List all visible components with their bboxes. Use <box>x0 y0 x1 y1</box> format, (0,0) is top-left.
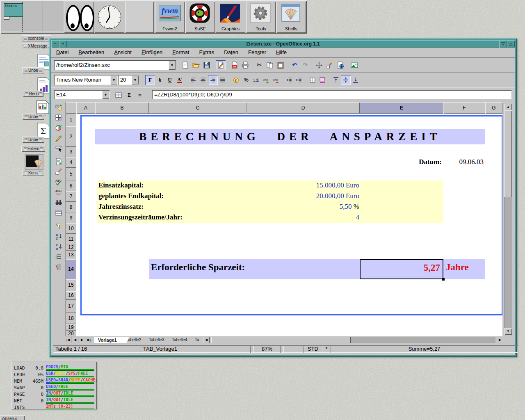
cell-cursor-handle[interactable] <box>442 278 445 281</box>
horizontal-scroll-thumb[interactable] <box>211 337 351 343</box>
row-header-6[interactable]: 6 <box>66 180 76 191</box>
font-size-value[interactable]: 20 <box>120 77 126 83</box>
menu-einfgen[interactable]: Einfügen <box>142 48 162 57</box>
bold-icon[interactable]: F <box>145 75 155 85</box>
launcher-tools[interactable]: Tools <box>246 2 276 33</box>
align-vcenter-icon[interactable] <box>341 75 351 85</box>
edit-file-icon[interactable] <box>216 60 226 70</box>
launcher-fvwm2[interactable]: fvwmFvwm2 <box>155 2 185 33</box>
font-size-dropdown[interactable]: ▼ <box>132 75 139 84</box>
stylist-icon[interactable] <box>325 60 335 70</box>
column-header-b[interactable]: B <box>95 102 149 114</box>
function-icon[interactable]: = <box>135 90 145 100</box>
spellcheck-icon[interactable]: ABC <box>53 178 64 188</box>
window-sticky-button[interactable]: + <box>59 40 67 48</box>
align-bottom-icon[interactable] <box>351 75 361 85</box>
cut-icon[interactable]: ✂ <box>254 60 264 70</box>
desktop-icon-label-unbe[interactable]: Unbe <box>22 137 44 143</box>
row-header-13[interactable]: 13 <box>66 251 76 259</box>
navigator-icon[interactable] <box>314 60 324 70</box>
fvwm-pager[interactable]: Zinsen.s <box>2 2 63 32</box>
increase-indent-icon[interactable] <box>294 75 304 85</box>
row-header-14[interactable]: 14 <box>66 259 76 279</box>
gallery-icon[interactable] <box>349 60 359 70</box>
row-header-1[interactable]: 1 <box>66 114 76 126</box>
scroll-down-button[interactable]: ▼ <box>504 328 512 335</box>
row-header-10[interactable]: 10 <box>66 223 76 234</box>
font-name-combobox[interactable]: Times New Roman▼ <box>54 75 118 85</box>
desktop-icon-label-xconsole[interactable]: xconsole <box>22 35 51 41</box>
export-pdf-icon[interactable] <box>230 60 240 70</box>
column-header-d[interactable]: D <box>247 102 360 114</box>
vertical-scrollbar[interactable]: ▲▼ <box>504 104 512 335</box>
select-all-corner[interactable] <box>66 102 76 114</box>
input-value-0[interactable]: 15.000,00 Euro <box>257 181 359 191</box>
input-value-2[interactable]: 5,50 % <box>257 203 359 212</box>
desktop-icon-label-xmessage[interactable]: XMessage <box>22 43 53 49</box>
window-minimize-button[interactable]: ▽ <box>499 40 507 48</box>
sort-descending-icon[interactable]: ZA <box>53 243 64 253</box>
percent-format-icon[interactable]: % <box>241 75 251 85</box>
underline-icon[interactable]: U <box>165 75 175 85</box>
italic-icon[interactable]: k <box>155 75 165 85</box>
ungroup-icon[interactable] <box>53 263 64 273</box>
cell-reference-dropdown[interactable]: ▼ <box>102 91 109 99</box>
row-header-8[interactable]: 8 <box>66 202 76 212</box>
iconified-window-label[interactable]: Zinsen.s <box>0 415 25 420</box>
menu-hilfe[interactable]: Hilfe <box>276 48 287 57</box>
row-header-18[interactable]: 18 <box>66 313 76 324</box>
align-center-icon[interactable] <box>198 75 208 85</box>
launcher-graphics[interactable]: Graphics <box>216 2 245 33</box>
autofilter-icon[interactable] <box>53 222 64 232</box>
column-header-a[interactable]: A <box>76 102 95 114</box>
row-header-3[interactable]: 3 <box>66 147 76 157</box>
column-header-g[interactable]: G <box>485 102 502 114</box>
input-value-1[interactable]: 20.000,00 Euro <box>257 192 359 202</box>
row-header-12[interactable]: 12 <box>66 244 76 251</box>
group-icon[interactable] <box>53 253 64 263</box>
desktop-icon-label-unbe[interactable]: Unbe <box>22 114 44 120</box>
input-value-3[interactable]: 4 <box>257 213 359 223</box>
add-decimal-icon[interactable]: .000 <box>261 75 271 85</box>
insert-object-icon[interactable] <box>53 104 64 114</box>
formula-input[interactable]: =ZZR(D8/(100*D9);0;-D6;D7)/D9 <box>152 90 511 99</box>
menu-extras[interactable]: Extras <box>199 48 214 57</box>
scroll-up-button[interactable]: ▲ <box>504 104 512 110</box>
font-size-combobox[interactable]: 20▼ <box>118 75 139 85</box>
sort-ascending-icon[interactable]: AZ <box>53 233 64 242</box>
data-sources-icon[interactable] <box>53 209 64 219</box>
row-header-9[interactable]: 9 <box>66 212 76 223</box>
paste-icon[interactable] <box>276 60 285 70</box>
document-url-combobox[interactable]: /home/rolf2/Zinsen.sxc▼ <box>54 60 176 70</box>
desktop-icon-label-extern[interactable]: Extern <box>21 146 45 152</box>
menu-datei[interactable]: Datei <box>56 48 68 57</box>
horizontal-scroll-right-button[interactable]: ▶ <box>497 337 503 343</box>
status-zoom-level[interactable]: 87% <box>250 345 284 353</box>
standard-format-icon[interactable]: 1,2 <box>251 75 261 85</box>
konsole-shell-icon[interactable] <box>25 154 43 172</box>
row-header-19[interactable]: 19 <box>66 324 76 331</box>
menu-format[interactable]: Format <box>172 48 189 57</box>
panel-empty-button[interactable] <box>125 2 154 33</box>
menu-ansicht[interactable]: Ansicht <box>114 48 132 57</box>
redo-icon[interactable]: ↷ <box>300 60 310 70</box>
row-header-15[interactable]: 15 <box>66 279 76 291</box>
hyperlink-icon[interactable] <box>336 60 345 70</box>
row-header-16[interactable]: 16 <box>66 291 76 300</box>
borders-icon[interactable] <box>308 75 317 85</box>
column-header-e[interactable]: E <box>360 102 443 114</box>
desktop-icon-label-rech[interactable]: Rech <box>23 91 43 97</box>
insert-cells-icon[interactable] <box>53 114 64 124</box>
align-justify-icon[interactable] <box>218 75 228 85</box>
cell-reference-box[interactable]: E14▼ <box>54 90 110 99</box>
row-header-5[interactable]: 5 <box>66 168 76 180</box>
align-right-icon[interactable] <box>208 75 218 85</box>
column-header-f[interactable]: F <box>443 102 485 114</box>
save-document-icon[interactable] <box>202 60 212 70</box>
pager-mini-window[interactable]: Zinsen.s <box>4 3 23 17</box>
draw-functions-icon[interactable] <box>53 135 64 144</box>
row-header-4[interactable]: 4 <box>66 157 76 168</box>
auto-spellcheck-icon[interactable]: ABC <box>53 189 64 199</box>
insert-chart-icon[interactable] <box>53 124 64 134</box>
vertical-scroll-thumb[interactable] <box>504 110 512 197</box>
